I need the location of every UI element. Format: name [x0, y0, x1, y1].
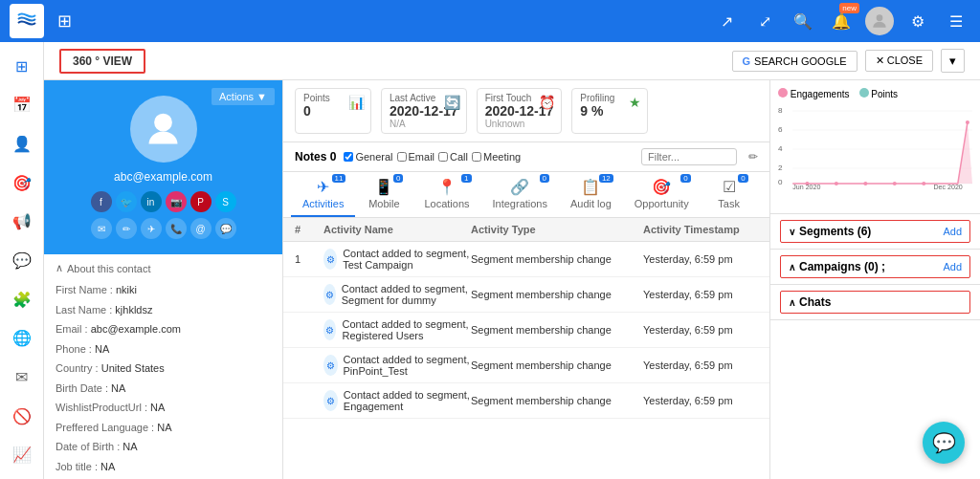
tab-integrations[interactable]: 0 🔗 Integrations	[481, 172, 559, 217]
campaigns-section: ∧ Campaigns (0) ; Add	[770, 250, 980, 285]
sms-icon[interactable]: ✉	[91, 218, 112, 239]
sidebar-ban-icon[interactable]: 🚫	[5, 400, 39, 433]
svg-point-18	[966, 120, 969, 124]
sidebar-target-icon[interactable]: 🎯	[5, 166, 39, 200]
contact-header: Actions ▼ abc@example.com f 🐦 in 📷 P S	[44, 80, 282, 254]
email-icon[interactable]: @	[190, 218, 212, 239]
twitter-icon[interactable]: 🐦	[116, 191, 137, 212]
svg-point-0	[877, 14, 883, 21]
call-filter[interactable]: Call	[438, 151, 468, 163]
notes-edit-icon[interactable]: ✏	[748, 150, 758, 163]
google-g-icon: G	[743, 55, 751, 67]
sidebar-chart-icon[interactable]: 📈	[5, 438, 39, 471]
mobile-icon: 📱	[374, 178, 393, 196]
facebook-icon[interactable]: f	[91, 191, 112, 212]
menu-icon[interactable]: ☰	[942, 7, 970, 35]
integrations-icon: 🔗	[510, 178, 529, 196]
phone-field: Phone : NA	[56, 341, 271, 358]
avatar[interactable]	[865, 7, 894, 35]
sidebar-message-icon[interactable]: ✉	[5, 360, 39, 394]
about-section: ∧ About this contact First Name : nkiki …	[44, 254, 282, 479]
tab-audit-log[interactable]: 12 📋 Audit log	[559, 172, 623, 217]
tab-task[interactable]: 0 ☑ Task	[701, 172, 758, 217]
meeting-filter[interactable]: Meeting	[472, 151, 521, 163]
first-touch-icon: ⏰	[539, 95, 555, 110]
actions-button[interactable]: Actions ▼	[212, 88, 275, 105]
pinterest-icon[interactable]: P	[190, 191, 212, 212]
notes-search-input[interactable]	[641, 148, 737, 165]
date-of-birth-field: Date of Birth : NA	[56, 439, 271, 455]
chart-container: 8 6 4 2 0	[778, 103, 972, 199]
general-filter[interactable]: General	[344, 151, 392, 163]
close-button[interactable]: ✕ CLOSE	[865, 50, 933, 72]
segments-section: ∨ Segments (6) Add	[770, 214, 980, 250]
tab-locations[interactable]: 1 📍 Locations	[412, 172, 480, 217]
dropdown-button[interactable]: ▾	[941, 49, 965, 73]
table-row: ⚙ Contact added to segment, Segment for …	[283, 277, 769, 313]
table-row: 1 ⚙ Contact added to segment, Test Campa…	[283, 242, 769, 277]
about-title[interactable]: ∧ About this contact	[56, 262, 271, 274]
top-nav-actions: ↗ ⤢ 🔍 🔔 new ⚙ ☰	[712, 7, 970, 35]
chats-header[interactable]: ∧ Chats	[780, 291, 970, 314]
contact-panel: Actions ▼ abc@example.com f 🐦 in 📷 P S	[44, 80, 980, 479]
job-title-field: Job title : NA	[56, 459, 271, 475]
search-google-button[interactable]: G SEARCH GOOGLE	[732, 51, 858, 72]
tab-opportunity[interactable]: 0 🎯 Opportunity	[623, 172, 701, 217]
points-stat: Points 0 📊	[295, 88, 371, 134]
table-row: ⚙ Contact added to segment, Engagement S…	[283, 383, 769, 419]
instagram-icon[interactable]: 📷	[166, 191, 187, 212]
tab-mobile[interactable]: 0 📱 Mobile	[355, 172, 412, 217]
settings-icon[interactable]: ⚙	[903, 7, 932, 35]
chart-area: Engagements Points 8 6 4 2 0	[770, 80, 980, 214]
edit-icon[interactable]: ✏	[116, 218, 137, 239]
country-field: Country : United States	[56, 360, 271, 377]
phone-icon[interactable]: 📞	[166, 218, 187, 239]
campaigns-chevron: ∧	[789, 262, 795, 272]
svg-text:Dec 2020: Dec 2020	[933, 184, 962, 189]
sidebar-megaphone-icon[interactable]: 📢	[5, 206, 39, 239]
expand-icon[interactable]: ⤢	[750, 7, 779, 35]
svg-text:8: 8	[778, 106, 783, 115]
linkedin-icon[interactable]: in	[141, 191, 162, 212]
action-icons-row: ✉ ✏ ✈ 📞 @ 💬	[91, 218, 236, 239]
notes-filters: General Email Call Meeting	[344, 151, 521, 163]
chat-bubble-button[interactable]: 💬	[923, 422, 965, 464]
top-bar-right-actions: G SEARCH GOOGLE ✕ CLOSE ▾	[732, 49, 966, 73]
sidebar-users-icon[interactable]: 👤	[5, 127, 39, 161]
points-icon: 📊	[348, 95, 365, 110]
svg-text:6: 6	[778, 125, 783, 134]
notification-icon[interactable]: 🔔 new	[827, 7, 856, 35]
preferred-language-field: Preffered Language : NA	[56, 420, 271, 436]
middle-section: Points 0 📊 Last Active 2020-12-17 N/A 🔄 …	[283, 80, 769, 479]
table-row: ⚙ Contact added to segment, PinPoint_Tes…	[283, 348, 769, 383]
contact-email-display: abc@example.com	[114, 170, 212, 184]
share-icon[interactable]: ↗	[712, 7, 741, 35]
segments-add-button[interactable]: Add	[943, 226, 962, 237]
campaigns-add-button[interactable]: Add	[943, 261, 962, 272]
right-panel: Engagements Points 8 6 4 2 0	[769, 80, 980, 479]
campaigns-header[interactable]: ∧ Campaigns (0) ; Add	[780, 255, 970, 278]
grid-menu-icon[interactable]: ⊞	[57, 11, 72, 32]
telegram-icon[interactable]: ✈	[141, 218, 162, 239]
birth-date-field: Birth Date : NA	[56, 381, 271, 397]
skype-icon[interactable]: S	[215, 191, 236, 212]
svg-point-1	[154, 113, 172, 131]
engagements-legend-dot: Engagements	[778, 88, 850, 99]
whatsapp-icon[interactable]: 💬	[215, 218, 236, 239]
left-sidebar: ⊞ 📅 👤 🎯 📢 💬 🧩 🌐 ✉ 🚫 📈	[0, 42, 44, 479]
segments-header[interactable]: ∨ Segments (6) Add	[780, 220, 970, 243]
sidebar-calendar-icon[interactable]: 📅	[5, 89, 39, 122]
svg-point-17	[922, 182, 925, 185]
sidebar-puzzle-icon[interactable]: 🧩	[5, 283, 39, 316]
search-icon[interactable]: 🔍	[789, 7, 817, 35]
top-navigation: ⊞ ↗ ⤢ 🔍 🔔 new ⚙ ☰	[0, 0, 980, 42]
tab-activities[interactable]: 11 ✈ Activities	[291, 172, 355, 217]
email-filter[interactable]: Email	[397, 151, 435, 163]
sidebar-chat-icon[interactable]: 💬	[5, 244, 39, 277]
activity-table-header: # Activity Name Activity Type Activity T…	[283, 218, 769, 242]
view-360-button[interactable]: 360 ° VIEW	[59, 49, 145, 74]
chats-title: Chats	[799, 295, 831, 309]
sidebar-grid-icon[interactable]: ⊞	[5, 50, 39, 83]
profiling-stat: Profiling 9 % ★	[571, 88, 648, 134]
sidebar-globe-icon[interactable]: 🌐	[5, 321, 39, 355]
